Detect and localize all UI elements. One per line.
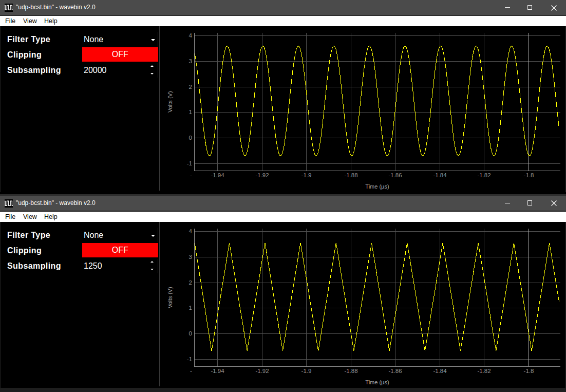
svg-text:-1.84: -1.84 <box>433 172 447 178</box>
svg-text:-1.94: -1.94 <box>211 172 224 178</box>
svg-text:3: 3 <box>189 254 192 260</box>
svg-text:-: - <box>190 172 192 178</box>
svg-text:-1.92: -1.92 <box>255 368 269 374</box>
svg-text:-: - <box>190 368 192 374</box>
svg-text:0: 0 <box>189 135 192 141</box>
svg-text:2: 2 <box>189 84 192 90</box>
svg-text:4: 4 <box>189 32 193 39</box>
svg-text:-1.88: -1.88 <box>344 172 357 178</box>
svg-text:-1: -1 <box>187 356 192 362</box>
svg-text:-1.8: -1.8 <box>524 368 534 374</box>
svg-text:4: 4 <box>189 228 193 234</box>
svg-text:-1.82: -1.82 <box>477 172 490 178</box>
svg-text:1: 1 <box>189 109 192 115</box>
svg-text:3: 3 <box>189 58 192 64</box>
svg-text:-1.8: -1.8 <box>524 172 534 178</box>
svg-text:-1.88: -1.88 <box>344 368 357 374</box>
svg-text:Time (µs): Time (µs) <box>365 379 389 385</box>
svg-text:-1.9: -1.9 <box>301 368 312 374</box>
svg-text:2: 2 <box>189 279 192 286</box>
svg-text:Time (µs): Time (µs) <box>365 183 389 190</box>
svg-text:-1.84: -1.84 <box>433 368 447 374</box>
svg-text:-1.94: -1.94 <box>211 368 224 374</box>
svg-text:-1.86: -1.86 <box>388 172 402 178</box>
svg-text:0: 0 <box>189 330 192 337</box>
svg-text:-1.9: -1.9 <box>301 172 312 178</box>
svg-text:Volts (V): Volts (V) <box>167 287 173 308</box>
svg-text:-1.86: -1.86 <box>388 368 402 374</box>
svg-text:Volts (V): Volts (V) <box>167 91 173 113</box>
svg-text:-1: -1 <box>187 160 192 166</box>
svg-text:-1.92: -1.92 <box>255 172 269 178</box>
svg-text:1: 1 <box>189 305 192 311</box>
svg-text:-1.82: -1.82 <box>477 368 490 374</box>
